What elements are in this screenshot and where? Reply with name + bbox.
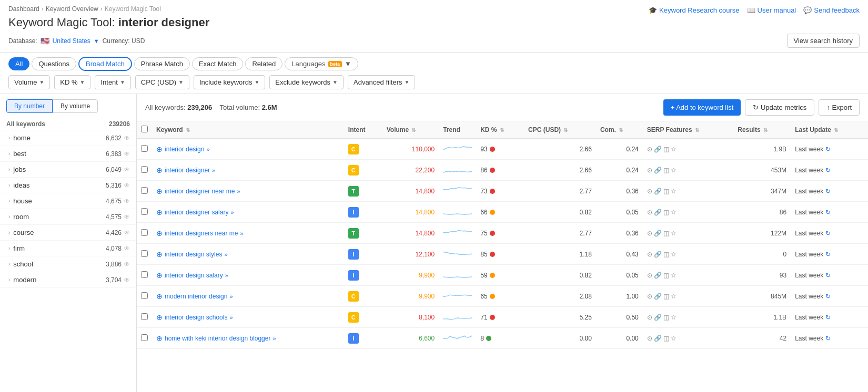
- kd-dot: [486, 336, 491, 341]
- send-feedback-link[interactable]: 💬 Send feedback: [803, 6, 860, 14]
- advanced-filters[interactable]: Advanced filters▼: [348, 75, 415, 89]
- keyword-link[interactable]: ⊕ modern interior design »: [156, 292, 340, 301]
- row-checkbox[interactable]: [141, 208, 148, 215]
- row-checkbox[interactable]: [141, 229, 148, 236]
- database-country-link[interactable]: United States: [53, 37, 90, 45]
- row-checkbox[interactable]: [141, 271, 148, 278]
- serp-icon: ☆: [671, 167, 677, 174]
- keyword-header[interactable]: Keyword ⇅: [152, 121, 344, 139]
- serp-features-cell: ⊙ 🔗 ◫ ☆: [643, 202, 733, 223]
- sidebar-item[interactable]: ›home 6,632👁: [0, 130, 136, 146]
- row-checkbox[interactable]: [141, 166, 148, 173]
- kd-header[interactable]: KD % ⇅: [476, 121, 524, 139]
- trend-cell: [439, 160, 476, 181]
- intent-filter[interactable]: Intent▼: [95, 75, 130, 89]
- breadcrumb: Dashboard › Keyword Overview › Keyword M…: [8, 3, 209, 14]
- keyword-link[interactable]: ⊕ interior designers near me »: [156, 229, 340, 238]
- keyword-link[interactable]: ⊕ home with keki interior design blogger…: [156, 334, 340, 343]
- sidebar-item[interactable]: ›jobs 6,049👁: [0, 162, 136, 178]
- sidebar-item[interactable]: ›course 4,426👁: [0, 225, 136, 241]
- refresh-icon[interactable]: ↻: [825, 209, 831, 216]
- serp-icons: ⊙ 🔗 ◫ ☆: [647, 251, 729, 258]
- table-row: ⊕ interior designers near me » T 14,800 …: [137, 223, 868, 244]
- keyword-link[interactable]: ⊕ interior design salary »: [156, 271, 340, 280]
- tab-exact-match[interactable]: Exact Match: [192, 57, 244, 70]
- serp-icon: 🔗: [654, 146, 662, 153]
- volume-cell: 6,600: [382, 328, 439, 349]
- volume-cell: 14,800: [382, 223, 439, 244]
- refresh-icon[interactable]: ↻: [825, 335, 831, 342]
- refresh-icon[interactable]: ↻: [825, 293, 831, 300]
- refresh-icon[interactable]: ↻: [825, 314, 831, 321]
- trend-header: Trend: [439, 121, 476, 139]
- chevron-down-icon[interactable]: ▼: [94, 38, 99, 44]
- row-checkbox[interactable]: [141, 145, 148, 152]
- sidebar-item[interactable]: ›modern 3,704👁: [0, 272, 136, 288]
- keyword-link[interactable]: ⊕ interior designer »: [156, 166, 340, 174]
- serp-icon: ☆: [671, 251, 677, 258]
- top-bar: Dashboard › Keyword Overview › Keyword M…: [0, 0, 868, 53]
- serp-icon: ⊙: [647, 209, 652, 216]
- refresh-icon[interactable]: ↻: [825, 230, 831, 237]
- keyword-link[interactable]: ⊕ interior design schools »: [156, 313, 340, 322]
- export-button[interactable]: ↑ Export: [819, 99, 860, 116]
- sidebar-item[interactable]: ›best 6,383👁: [0, 146, 136, 162]
- sidebar-item[interactable]: ›firm 4,078👁: [0, 241, 136, 256]
- view-history-button[interactable]: View search history: [787, 34, 860, 48]
- keyword-link[interactable]: ⊕ interior designer salary »: [156, 208, 340, 216]
- user-manual-link[interactable]: 📖 User manual: [747, 6, 796, 14]
- row-checkbox[interactable]: [141, 292, 148, 299]
- row-checkbox[interactable]: [141, 313, 148, 320]
- refresh-icon[interactable]: ↻: [825, 167, 831, 174]
- update-metrics-button[interactable]: ↻ Update metrics: [745, 99, 814, 116]
- com-header[interactable]: Com. ⇅: [596, 121, 643, 139]
- tab-questions[interactable]: Questions: [32, 57, 76, 70]
- keyword-link[interactable]: ⊕ interior design styles »: [156, 250, 340, 259]
- kd-filter[interactable]: KD %▼: [54, 75, 90, 89]
- row-checkbox[interactable]: [141, 187, 148, 194]
- update-cell: Last week ↻: [791, 328, 868, 349]
- breadcrumb-dashboard[interactable]: Dashboard: [8, 5, 39, 13]
- kd-cell: 66: [476, 202, 524, 223]
- update-label: Last week: [795, 188, 823, 195]
- add-to-keyword-list-button[interactable]: + Add to keyword list: [663, 99, 741, 116]
- tab-all[interactable]: All: [8, 57, 29, 70]
- results-header[interactable]: Results ⇅: [733, 121, 791, 139]
- table-row: ⊕ interior design » C 110,000 93 2.66 0.…: [137, 139, 868, 160]
- tab-related[interactable]: Related: [245, 57, 282, 70]
- exclude-keywords-filter[interactable]: Exclude keywords▼: [269, 75, 344, 89]
- include-keywords-filter[interactable]: Include keywords▼: [194, 75, 265, 89]
- serp-icon: ☆: [671, 188, 677, 195]
- keyword-research-course-link[interactable]: 🎓 Keyword Research course: [649, 6, 739, 14]
- keyword-link[interactable]: ⊕ interior designer near me »: [156, 187, 340, 195]
- breadcrumb-keyword-overview[interactable]: Keyword Overview: [46, 5, 98, 13]
- table-body: ⊕ interior design » C 110,000 93 2.66 0.…: [137, 139, 868, 349]
- volume-header[interactable]: Volume ⇅: [382, 121, 439, 139]
- refresh-icon[interactable]: ↻: [825, 146, 831, 153]
- select-all-checkbox[interactable]: [141, 126, 148, 132]
- cpc-filter[interactable]: CPC (USD)▼: [135, 75, 189, 89]
- volume-filter[interactable]: Volume▼: [8, 75, 50, 89]
- serp-icons: ⊙ 🔗 ◫ ☆: [647, 146, 729, 153]
- refresh-icon[interactable]: ↻: [825, 272, 831, 279]
- sort-by-number-button[interactable]: By number: [6, 99, 53, 113]
- com-cell: 0.00: [596, 328, 643, 349]
- row-checkbox[interactable]: [141, 250, 148, 257]
- languages-button[interactable]: Languages beta ▼: [285, 57, 358, 70]
- last-update-header[interactable]: Last Update ⇅: [791, 121, 868, 139]
- sidebar-item[interactable]: ›room 4,575👁: [0, 209, 136, 225]
- tab-broad-match[interactable]: Broad Match: [78, 57, 132, 71]
- serp-features-header[interactable]: SERP Features ⇅: [643, 121, 733, 139]
- serp-icon: ◫: [663, 314, 669, 321]
- sidebar-item[interactable]: ›ideas 5,316👁: [0, 178, 136, 193]
- sidebar-item[interactable]: ›house 4,675👁: [0, 193, 136, 209]
- row-checkbox[interactable]: [141, 334, 148, 341]
- tab-phrase-match[interactable]: Phrase Match: [134, 57, 190, 70]
- refresh-icon[interactable]: ↻: [825, 251, 831, 258]
- keyword-link[interactable]: ⊕ interior design »: [156, 145, 340, 153]
- sidebar-item[interactable]: ›school 3,886👁: [0, 256, 136, 272]
- sidebar-list: ›home 6,632👁 ›best 6,383👁 ›jobs 6,049👁 ›…: [0, 130, 136, 288]
- sort-by-volume-button[interactable]: By volume: [53, 99, 98, 113]
- cpc-header[interactable]: CPC (USD) ⇅: [524, 121, 596, 139]
- refresh-icon[interactable]: ↻: [825, 188, 831, 195]
